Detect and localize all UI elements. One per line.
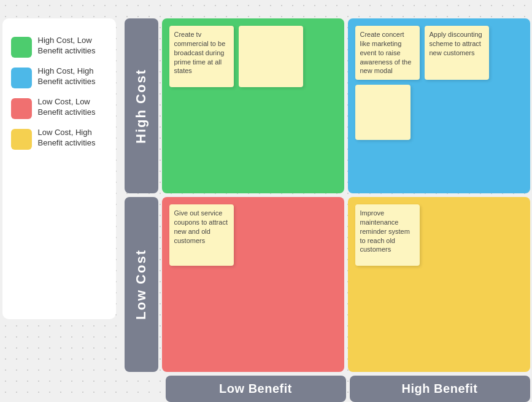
matrix-row-high-cost: High CostCreate tv commercial to be broa…: [125, 18, 530, 193]
matrix-wrapper: High CostCreate tv commercial to be broa…: [125, 18, 530, 402]
matrix-cells-high-cost: Create tv commercial to be broadcast dur…: [162, 18, 530, 193]
legend-item-2: Low Cost, Low Benefit activities: [11, 97, 107, 119]
sticky-note-high-cost-low-benefit-0: Create tv commercial to be broadcast dur…: [169, 26, 234, 87]
cell-high-cost-high-benefit: Create concert like marketing event to r…: [348, 18, 530, 193]
cell-low-cost-low-benefit: Give out service coupons to attract new …: [162, 197, 344, 372]
legend-label-3: Low Cost, High Benefit activities: [38, 128, 107, 149]
legend-panel: High Cost, Low Benefit activitiesHigh Co…: [2, 18, 116, 319]
matrix-row-low-cost: Low CostGive out service coupons to attr…: [125, 197, 530, 372]
legend-item-3: Low Cost, High Benefit activities: [11, 128, 107, 150]
legend-swatch-3: [11, 129, 32, 150]
legend-label-0: High Cost, Low Benefit activities: [38, 36, 107, 56]
legend-label-2: Low Cost, Low Benefit activities: [38, 97, 107, 118]
col-label-low-benefit: Low Benefit: [166, 376, 346, 402]
matrix-rows: High CostCreate tv commercial to be broa…: [125, 18, 530, 372]
cell-low-cost-high-benefit: Improve maintenance reminder system to r…: [348, 197, 530, 372]
legend-swatch-1: [11, 68, 32, 88]
legend-item-0: High Cost, Low Benefit activities: [11, 36, 107, 58]
row-label-high-cost: High Cost: [125, 18, 158, 193]
legend-swatch-0: [11, 37, 32, 58]
legend-label-1: High Cost, High Benefit activities: [38, 66, 107, 87]
legend-item-1: High Cost, High Benefit activities: [11, 66, 107, 88]
col-label-high-benefit: High Benefit: [350, 376, 530, 402]
sticky-note-high-cost-high-benefit-1: Apply discounting scheme to attract new …: [425, 26, 489, 80]
sticky-note-high-cost-high-benefit-2: [355, 85, 411, 140]
sticky-note-high-cost-high-benefit-0: Create concert like marketing event to r…: [355, 26, 420, 80]
sticky-note-high-cost-low-benefit-1: [239, 26, 303, 87]
main-layout: High Cost, Low Benefit activitiesHigh Co…: [2, 18, 530, 402]
row-label-low-cost: Low Cost: [125, 197, 158, 372]
matrix-cells-low-cost: Give out service coupons to attract new …: [162, 197, 530, 372]
bottom-labels: Low Benefit High Benefit: [125, 376, 530, 402]
cell-high-cost-low-benefit: Create tv commercial to be broadcast dur…: [162, 18, 344, 193]
sticky-note-low-cost-low-benefit-0: Give out service coupons to attract new …: [169, 204, 234, 266]
legend-swatch-2: [11, 98, 32, 119]
legend-items: High Cost, Low Benefit activitiesHigh Co…: [11, 36, 107, 150]
sticky-note-low-cost-high-benefit-0: Improve maintenance reminder system to r…: [355, 204, 420, 266]
